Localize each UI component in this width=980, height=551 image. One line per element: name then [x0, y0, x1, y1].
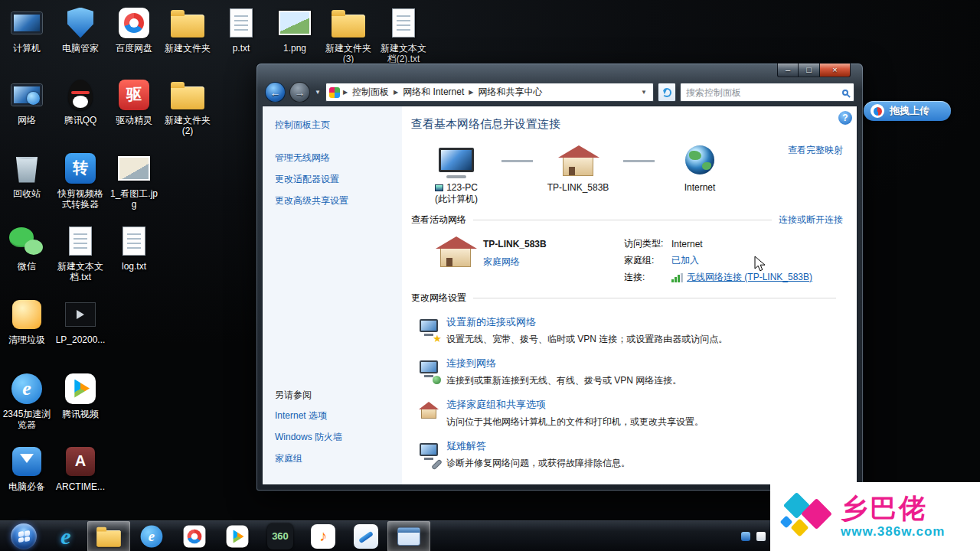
sidebar-item-advanced-sharing[interactable]: 更改高级共享设置 [275, 194, 397, 207]
connect-disconnect-link[interactable]: 连接或断开连接 [779, 214, 843, 227]
maximize-button[interactable]: □ [799, 64, 820, 77]
desktop-icon-network[interactable]: 网络 [1, 77, 53, 126]
taskbar-paint-button[interactable] [345, 521, 387, 551]
desktop-icon-lp-video[interactable]: LP_20200... [54, 296, 106, 345]
map-node-internet[interactable]: Internet [655, 141, 745, 193]
desktop-icon-1-png[interactable]: 1.png [269, 5, 321, 54]
drag-upload-button[interactable]: 拖拽上传 [864, 101, 951, 121]
desktop-icon-driver-genius[interactable]: 驱 驱动精灵 [108, 77, 160, 126]
task-new-connection[interactable]: ★ 设置新的连接或网络 设置无线、宽带、拨号、临时或 VPN 连接；或设置路由器… [411, 315, 843, 346]
tencent-video-icon [60, 370, 100, 406]
help-icon[interactable]: ? [838, 111, 852, 125]
desktop-icon-tencent-video[interactable]: 腾讯视频 [54, 370, 106, 419]
desktop-icon-label: 快剪视频格式转换器 [54, 188, 106, 210]
sidebar-item-control-panel-home[interactable]: 控制面板主页 [275, 119, 397, 132]
forward-button[interactable]: → [289, 82, 310, 103]
map-node-computer[interactable]: 123-PC (此计算机) [411, 141, 501, 206]
sidebar-item-change-adapter[interactable]: 更改适配器设置 [275, 173, 397, 186]
desktop-icon-log-txt[interactable]: log.txt [108, 223, 160, 272]
back-button[interactable]: ← [265, 82, 286, 103]
desktop-icon-label: 清理垃圾 [1, 334, 53, 345]
desktop-icon-pc-essentials[interactable]: 电脑必备 [1, 443, 53, 492]
window-client-area: 控制面板主页 管理无线网络 更改适配器设置 更改高级共享设置 另请参阅 Inte… [263, 106, 857, 484]
computer-icon [411, 141, 501, 179]
desktop-icon-label: 电脑必备 [1, 481, 53, 492]
desktop-icon-new-text-2[interactable]: 新建文本文档(2).txt [377, 5, 430, 64]
watermark-url: www.386w.com [841, 525, 945, 539]
refresh-button[interactable] [658, 83, 676, 102]
sidebar-item-manage-wireless[interactable]: 管理无线网络 [275, 152, 397, 165]
desktop-icon-new-folder-3[interactable]: 新建文件夹(3) [322, 5, 374, 64]
taskbar-360-button[interactable]: 360 [259, 521, 302, 551]
map-node-router[interactable]: TP-LINK_583B [533, 141, 623, 193]
recent-pages-dropdown-icon[interactable]: ▼ [314, 89, 322, 96]
music-note-icon: ♪ [311, 524, 335, 549]
desktop-icon-jpg[interactable]: 1_看图工.jpg [108, 150, 160, 210]
folder-icon [168, 5, 207, 41]
address-bar[interactable]: ▶ 控制面板 ▶ 网络和 Internet ▶ 网络和共享中心 ▼ [325, 83, 654, 102]
minimize-button[interactable]: – [777, 64, 799, 77]
desktop-icon-arctime[interactable]: A ARCTIME... [54, 443, 106, 492]
breadcrumb-network-sharing-center[interactable]: 网络和共享中心 [474, 86, 546, 99]
baidu-netdisk-icon [184, 525, 206, 547]
taskbar-tencent-video-button[interactable] [216, 521, 259, 551]
change-settings-section: 更改网络设置 [411, 292, 843, 305]
wireless-connection-link[interactable]: 无线网络连接 (TP-LINK_583B) [687, 271, 812, 284]
desktop-icon-label: log.txt [108, 261, 160, 272]
taskbar-2345-browser-button[interactable]: e [130, 521, 173, 551]
taskbar-music-button[interactable]: ♪ [302, 521, 345, 551]
desktop-icon-label: 计算机 [1, 43, 53, 54]
tray-icon[interactable] [741, 532, 750, 541]
start-button[interactable] [3, 521, 44, 551]
active-networks-section: 查看活动网络 连接或断开连接 [411, 214, 843, 227]
desktop-icon-wechat[interactable]: 微信 [1, 223, 53, 272]
tray-icon[interactable] [756, 532, 766, 541]
task-homegroup-sharing[interactable]: 选择家庭组和共享选项 访问位于其他网络计算机上的文件和打印机，或更改共享设置。 [411, 398, 843, 429]
desktop-icon-new-folder-2[interactable]: 新建文件夹(2) [162, 77, 214, 136]
refresh-icon [662, 88, 671, 97]
desktop-icon-pc-manager[interactable]: 电脑管家 [54, 5, 106, 54]
search-box[interactable] [680, 83, 854, 102]
search-input[interactable] [686, 87, 839, 98]
task-description: 诊断并修复网络问题，或获得故障排除信息。 [446, 457, 630, 470]
taskbar-baidu-netdisk-button[interactable] [173, 521, 216, 551]
task-troubleshoot[interactable]: 疑难解答 诊断并修复网络问题，或获得故障排除信息。 [411, 439, 843, 470]
map-connection-line [501, 160, 533, 162]
task-title: 设置新的连接或网络 [446, 315, 727, 329]
desktop-icon-label: 腾讯QQ [54, 115, 106, 126]
system-tray [741, 521, 766, 551]
chevron-right-icon: ▶ [343, 89, 348, 96]
desktop-icon-2345-browser[interactable]: e 2345加速浏览器 [1, 370, 53, 430]
desktop-icon-label: 新建文本文档(2).txt [377, 43, 430, 64]
desktop-icon-baidu-netdisk[interactable]: 百度网盘 [108, 5, 160, 54]
desktop-icon-new-text[interactable]: 新建文本文档.txt [54, 223, 106, 282]
task-connect-network[interactable]: 连接到网络 连接到或重新连接到无线、有线、拨号或 VPN 网络连接。 [411, 357, 843, 387]
breadcrumb-network-internet[interactable]: 网络和 Internet [399, 86, 468, 99]
desktop-icon-new-folder[interactable]: 新建文件夹 [162, 5, 214, 54]
full-map-link[interactable]: 查看完整映射 [788, 144, 843, 157]
sidebar-item-internet-options[interactable]: Internet 选项 [275, 409, 397, 422]
homegroup-joined-link[interactable]: 已加入 [671, 254, 699, 267]
network-type-link[interactable]: 家庭网络 [483, 256, 520, 267]
text-file-icon [221, 5, 261, 41]
breadcrumb-control-panel[interactable]: 控制面板 [348, 86, 393, 99]
desktop-icon-video-converter[interactable]: 转 快剪视频格式转换器 [54, 150, 106, 210]
taskbar-ie-button[interactable]: e [44, 521, 87, 551]
address-dropdown-icon[interactable]: ▼ [638, 89, 650, 96]
sidebar-item-windows-firewall[interactable]: Windows 防火墙 [275, 431, 397, 444]
desktop-icon-cleaner[interactable]: 清理垃圾 [1, 296, 53, 345]
house-icon [533, 141, 623, 179]
taskbar-explorer-button[interactable] [87, 521, 130, 551]
shield-icon [60, 5, 100, 41]
desktop-icon-recycle-bin[interactable]: 回收站 [1, 150, 53, 199]
folder-icon [96, 526, 121, 546]
close-button[interactable]: × [820, 64, 851, 77]
sidebar-item-homegroup[interactable]: 家庭组 [275, 452, 397, 465]
tencent-video-icon [227, 525, 249, 547]
desktop-icon-p-txt[interactable]: p.txt [215, 5, 267, 54]
desktop-icon-qq[interactable]: 腾讯QQ [54, 77, 106, 126]
task-description: 连接到或重新连接到无线、有线、拨号或 VPN 网络连接。 [446, 374, 681, 387]
taskbar-window-button[interactable] [387, 521, 430, 551]
desktop-icon-label: 1.png [269, 43, 321, 54]
desktop-icon-computer[interactable]: 计算机 [1, 5, 53, 54]
